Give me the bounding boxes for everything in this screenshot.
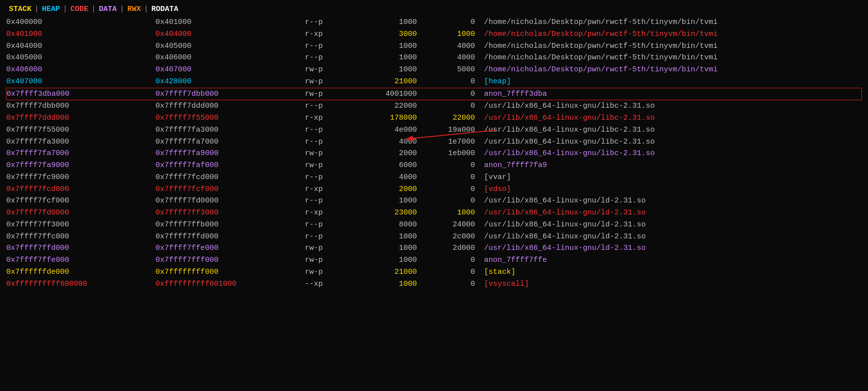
map-perm: r-xp [305, 207, 353, 219]
legend-rwx: RWX [127, 5, 141, 13]
map-offset: 0 [426, 266, 484, 278]
map-start: 0x7ffff7fcd000 [6, 184, 156, 196]
table-row: 0x7ffff7fa70000x7ffff7fa9000rw-p20001eb0… [6, 148, 862, 160]
map-start: 0x7ffff7fa3000 [6, 136, 156, 148]
map-name: /usr/lib/x86_64-linux-gnu/ld-2.31.so [484, 231, 862, 243]
map-perm: r--p [305, 40, 353, 52]
map-perm: r-xp [305, 112, 353, 124]
map-offset: 19a000 [426, 124, 484, 136]
map-perm: rw-p [305, 64, 353, 76]
map-end: 0x7ffff7fcd000 [156, 172, 305, 184]
legend-sep-1: | [34, 5, 39, 13]
map-perm: rw-p [305, 266, 353, 278]
map-name: /usr/lib/x86_64-linux-gnu/libc-2.31.so [484, 124, 862, 136]
legend-code: CODE [70, 5, 88, 13]
map-start: 0x7ffff7fd0000 [6, 207, 156, 219]
map-end: 0x7ffff7fa9000 [156, 148, 305, 160]
map-perm: rw-p [305, 242, 353, 254]
map-perm: r-xp [305, 184, 353, 196]
table-row: 0x4000000x401000r--p10000/home/nicholas/… [6, 16, 862, 28]
map-size: 1000 [353, 254, 426, 266]
table-row: 0xffffffffff6000000xffffffffff601000--xp… [6, 278, 862, 290]
map-start: 0x7ffff7ffd000 [6, 242, 156, 254]
map-size: 1000 [353, 242, 426, 254]
map-size: 2000 [353, 148, 426, 160]
map-end: 0x7ffff7fa3000 [156, 124, 305, 136]
table-row: 0x7ffff7ffc0000x7ffff7ffd000r--p10002c00… [6, 231, 862, 243]
map-size: 1000 [353, 52, 426, 64]
legend-sep-2: | [63, 5, 67, 13]
map-size: 1000 [353, 278, 426, 290]
legend-sep-3: | [91, 5, 96, 13]
map-end: 0x7ffff7faf000 [156, 160, 305, 172]
legend-sep-5: | [144, 5, 148, 13]
legend-rodata: RODATA [151, 5, 178, 13]
map-size: 3000 [353, 28, 426, 40]
map-offset: 1e7000 [426, 136, 484, 148]
map-end: 0x7ffff7ffb000 [156, 219, 305, 231]
map-start: 0x7ffff7f55000 [6, 124, 156, 136]
map-name: /home/nicholas/Desktop/pwn/rwctf-5th/tin… [484, 40, 862, 52]
map-offset: 0 [426, 16, 484, 28]
map-offset: 4000 [426, 52, 484, 64]
table-row: 0x4060000x407000rw-p10005000/home/nichol… [6, 64, 862, 76]
map-size: 4001000 [353, 88, 426, 100]
map-name: /home/nicholas/Desktop/pwn/rwctf-5th/tin… [484, 16, 862, 28]
map-start: 0xffffffffff600000 [6, 278, 156, 290]
table-row: 0x7ffff7ffd0000x7ffff7ffe000rw-p10002d00… [6, 242, 862, 254]
table-row: 0x7ffff7fc90000x7ffff7fcd000r--p40000[vv… [6, 172, 862, 184]
table-row: 0x4050000x406000r--p10004000/home/nichol… [6, 52, 862, 64]
legend-data: DATA [99, 5, 117, 13]
map-name: /home/nicholas/Desktop/pwn/rwctf-5th/tin… [484, 64, 862, 76]
map-end: 0x7ffff7ff3000 [156, 207, 305, 219]
map-start: 0x404000 [6, 40, 156, 52]
map-size: 6000 [353, 160, 426, 172]
table-row: 0x4070000x428000rw-p210000[heap] [6, 76, 862, 88]
map-name: /usr/lib/x86_64-linux-gnu/ld-2.31.so [484, 195, 862, 207]
map-name: /home/nicholas/Desktop/pwn/rwctf-5th/tin… [484, 52, 862, 64]
map-offset: 24000 [426, 219, 484, 231]
map-perm: rw-p [305, 160, 353, 172]
legend-heap: HEAP [42, 5, 60, 13]
map-start: 0x7ffff3dba000 [6, 88, 156, 100]
map-size: 4000 [353, 172, 426, 184]
map-size: 4e000 [353, 124, 426, 136]
map-start: 0x7ffff7fcf000 [6, 195, 156, 207]
map-name: anon_7ffff7ffe [484, 254, 862, 266]
table-row: 0x7ffff7dbb0000x7ffff7ddd000r--p220000/u… [6, 100, 862, 112]
map-offset: 0 [426, 195, 484, 207]
map-name: /usr/lib/x86_64-linux-gnu/libc-2.31.so [484, 100, 862, 112]
map-size: 22000 [353, 100, 426, 112]
map-name: /usr/lib/x86_64-linux-gnu/libc-2.31.so [484, 136, 862, 148]
map-size: 4000 [353, 136, 426, 148]
map-offset: 0 [426, 184, 484, 196]
map-start: 0x406000 [6, 64, 156, 76]
map-name: /usr/lib/x86_64-linux-gnu/libc-2.31.so [484, 112, 862, 124]
map-perm: r--p [305, 100, 353, 112]
map-size: 21000 [353, 76, 426, 88]
map-end: 0xffffffffff601000 [156, 278, 305, 290]
map-name: /usr/lib/x86_64-linux-gnu/ld-2.31.so [484, 219, 862, 231]
map-name: [heap] [484, 76, 862, 88]
map-perm: rw-p [305, 148, 353, 160]
map-name: anon_7ffff7fa9 [484, 160, 862, 172]
map-end: 0x7ffff7fa7000 [156, 136, 305, 148]
map-start: 0x401000 [6, 28, 156, 40]
map-offset: 0 [426, 100, 484, 112]
map-end: 0x7ffff7fcf000 [156, 184, 305, 196]
map-end: 0x428000 [156, 76, 305, 88]
table-row: 0x7ffff7ffe0000x7ffff7fff000rw-p10000ano… [6, 254, 862, 266]
map-perm: r--p [305, 16, 353, 28]
map-size: 1000 [353, 195, 426, 207]
map-start: 0x7ffff7ffc000 [6, 231, 156, 243]
table-row: 0x7ffff7fa30000x7ffff7fa7000r--p40001e70… [6, 136, 862, 148]
map-start: 0x400000 [6, 16, 156, 28]
map-end: 0x7ffff7fff000 [156, 254, 305, 266]
table-row: 0x7ffff7fa90000x7ffff7faf000rw-p60000ano… [6, 160, 862, 172]
map-end: 0x7ffff7fd0000 [156, 195, 305, 207]
table-row: 0x7ffff7f550000x7ffff7fa3000r--p4e00019a… [6, 124, 862, 136]
map-end: 0x7ffff7dbb000 [156, 88, 305, 100]
map-start: 0x7ffff7fa7000 [6, 148, 156, 160]
map-offset: 1eb000 [426, 148, 484, 160]
map-size: 1000 [353, 231, 426, 243]
